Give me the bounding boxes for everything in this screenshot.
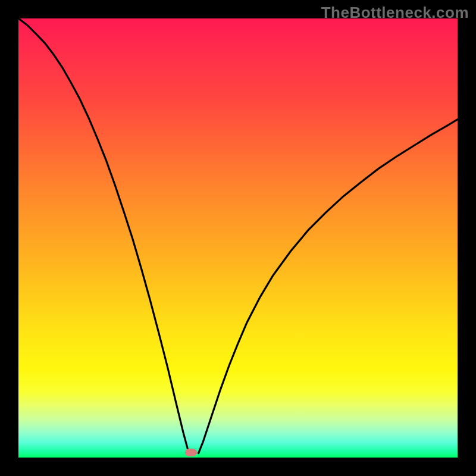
curve-right-branch: [199, 120, 458, 453]
curve-left-branch: [18, 18, 189, 453]
plot-area: [18, 18, 458, 458]
watermark-text: TheBottleneck.com: [321, 4, 469, 22]
minimum-marker: [185, 449, 197, 456]
chart-frame: TheBottleneck.com: [0, 0, 476, 476]
bottleneck-curve: [18, 18, 458, 458]
